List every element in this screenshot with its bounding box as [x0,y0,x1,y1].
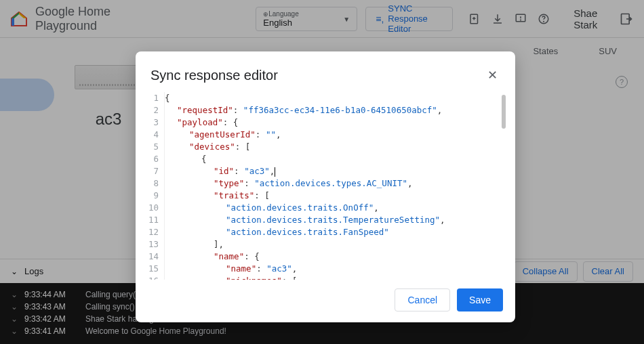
svg-point-7 [544,21,544,22]
text-cursor [275,167,275,177]
app-title: Google Home Playground [35,5,125,33]
close-icon[interactable]: ✕ [485,65,500,85]
cancel-button[interactable]: Cancel [395,288,450,311]
chevron-down-icon: ⌄ [11,290,18,299]
modal-footer: Cancel Save [136,280,515,322]
app-header: Google Home Playground ⊕Language English… [0,0,644,38]
clear-all-button[interactable]: Clear All [583,261,633,282]
context-help-icon[interactable]: ? [616,76,628,88]
add-note-icon[interactable] [468,12,481,26]
save-button[interactable]: Save [457,288,503,311]
sync-response-editor-button[interactable]: ≡, SYNC Response Editor [365,7,453,31]
language-label: ⊕Language [263,10,338,18]
google-home-logo-icon [11,12,27,26]
language-select[interactable]: ⊕Language English ▼ [256,7,357,31]
svg-point-5 [521,20,521,20]
feedback-icon[interactable] [514,12,527,26]
logs-title: Logs [24,266,43,276]
device-name-label: ac3 [96,110,122,129]
list-icon: ≡, [376,14,384,24]
chevron-down-icon: ⌄ [11,302,18,311]
ac-unit-icon [75,65,142,89]
language-value: English [263,18,338,28]
code-area[interactable]: { "requestId": "ff36a3cc-ec34-11e6-b1a0-… [164,92,508,280]
user-name: Shae Stark [573,7,606,30]
help-icon[interactable] [537,12,550,26]
log-entry[interactable]: ⌄9:33:41 AMWelcome to Google Home Playgr… [11,325,633,337]
modal-title: Sync response editor [150,68,278,83]
line-gutter: 12345678 910111213141516 [142,92,164,280]
tabs-row: States SUV [506,38,644,64]
selected-device-indicator [0,79,54,111]
chevron-down-icon: ▼ [343,16,350,23]
chevron-down-icon[interactable]: ⌄ [11,267,18,276]
collapse-all-button[interactable]: Collapse All [514,261,578,282]
header-icons [468,12,550,26]
chevron-down-icon: ⌄ [11,326,18,336]
tab-suv[interactable]: SUV [599,46,617,56]
device-card[interactable]: ac3 [75,65,142,129]
json-editor[interactable]: 12345678 910111213141516 { "requestId": … [136,92,515,280]
modal-header: Sync response editor ✕ [136,51,515,92]
tab-states[interactable]: States [533,46,558,56]
download-icon[interactable] [491,12,504,26]
sign-out-icon[interactable] [620,12,633,26]
sync-response-editor-modal: Sync response editor ✕ 12345678 91011121… [136,51,515,322]
chevron-down-icon: ⌄ [11,314,18,324]
